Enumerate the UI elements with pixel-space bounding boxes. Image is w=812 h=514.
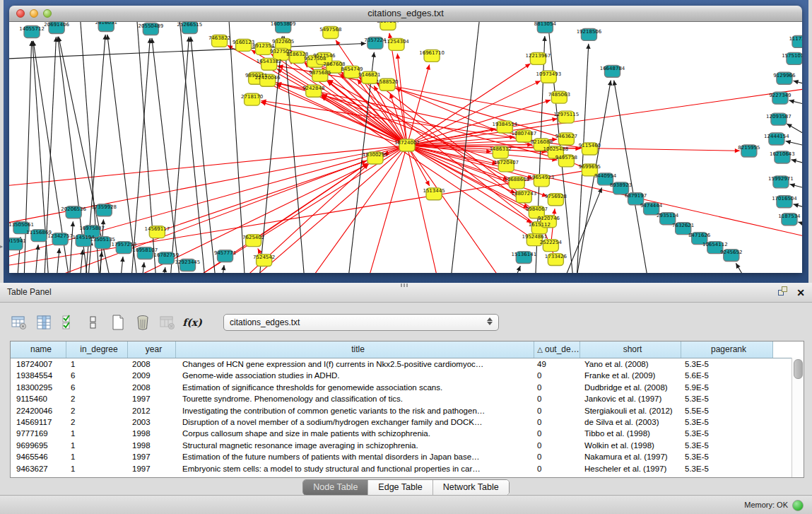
scrollbar-thumb[interactable]: [794, 359, 803, 379]
column-header-outde[interactable]: △out_de…: [534, 341, 580, 358]
network-node-label: 20691406: [44, 22, 69, 28]
table-cell: 5.3E-5: [681, 440, 773, 451]
network-canvas[interactable]: 1117264114519411875341486312151344515885…: [9, 22, 802, 273]
network-node-label: 19524861: [522, 234, 548, 240]
function-builder-icon[interactable]: f(x): [183, 313, 201, 332]
network-node-label: 1733426: [545, 254, 567, 259]
network-node-label: 20550489: [139, 23, 164, 29]
table-row[interactable]: 911546021997Tourette syndrome. Phenomeno…: [11, 393, 804, 404]
network-node-label: 1117264: [789, 36, 802, 42]
table-row[interactable]: 1456911722003Disruption of a novel membe…: [11, 416, 804, 428]
network-edge: [191, 37, 218, 273]
column-header-pagerank[interactable]: pagerank: [681, 341, 773, 358]
network-node-label: 9327505: [270, 49, 292, 54]
table-cell: 5.9E-5: [681, 382, 773, 393]
network-edge: [157, 161, 366, 233]
table-vertical-scrollbar[interactable]: [792, 358, 804, 477]
table-cell: 1: [66, 451, 128, 462]
column-header-name[interactable]: name: [11, 341, 66, 358]
delete-icon[interactable]: [134, 313, 152, 332]
network-node-label: 12444154: [764, 134, 789, 139]
rows-icon[interactable]: [84, 313, 102, 332]
network-edge: [789, 100, 802, 111]
table-selector-dropdown[interactable]: citations_edges.txt: [223, 314, 499, 331]
table-row[interactable]: 1830029562008Estimation of significance …: [11, 382, 804, 393]
table-cell: 5.3E-5: [681, 428, 773, 439]
table-cell: 0: [534, 428, 580, 439]
network-node-label: 18807243: [511, 191, 536, 197]
table-row[interactable]: 2242004622012Investigating the contribut…: [11, 405, 804, 416]
edge-arrowhead: [525, 64, 531, 69]
table-cell: 9699695: [11, 440, 66, 451]
edge-arrowhead: [552, 209, 556, 214]
table-row[interactable]: 1938455462009Genome-wide association stu…: [11, 370, 804, 381]
table-cell: 2008: [128, 382, 176, 393]
new-column-icon[interactable]: [109, 313, 127, 332]
tab-edge-table[interactable]: Edge Table: [368, 480, 433, 495]
table-cell: Estimation of the future numbers of pati…: [176, 451, 534, 462]
column-header-year[interactable]: year: [128, 341, 176, 358]
dropdown-stepper-icon: [487, 317, 493, 325]
show-column-icon[interactable]: [35, 313, 53, 332]
edge-arrowhead: [141, 262, 146, 267]
edge-arrowhead: [790, 183, 796, 187]
network-node-label: 17359928: [91, 204, 117, 210]
table-cell: 1998: [128, 428, 176, 439]
table-row[interactable]: 946362711997Embryonic stem cells: a mode…: [11, 463, 804, 474]
column-header-indegree[interactable]: in_degree: [66, 341, 128, 358]
table-row[interactable]: 969969511998Structural magnetic resonanc…: [11, 440, 804, 451]
network-node-label: 15992971: [768, 176, 794, 182]
table-cell: Nakamura et al. (1997): [580, 451, 681, 462]
network-node-label: 10025488: [543, 146, 569, 152]
edge-arrowhead: [552, 117, 557, 122]
network-node-label: 8471626: [688, 233, 710, 238]
table-cell: 1: [66, 358, 128, 370]
table-cell: Yano et al. (2008): [580, 358, 681, 370]
network-canvas-svg[interactable]: 1117264114519411875341486312151344515885…: [9, 22, 802, 273]
table-row[interactable]: 1872400712008Changes of HCN gene express…: [11, 358, 804, 370]
edge-arrowhead: [794, 204, 799, 208]
network-node-label: 7524542: [253, 255, 275, 260]
tab-node-table[interactable]: Node Table: [303, 480, 368, 495]
network-node-label: 9440954: [594, 173, 617, 179]
table-cell: 9463627: [11, 463, 66, 474]
table-cell: 49: [534, 358, 580, 370]
table-cell: Estimation of significance thresholds fo…: [176, 382, 534, 393]
edge-arrowhead: [426, 64, 430, 70]
edge-arrowhead: [101, 219, 105, 224]
table-cell: 2008: [128, 358, 176, 370]
network-node-label: 9242848: [302, 86, 324, 91]
table-cell: 1998: [128, 440, 176, 451]
cytoscape-app: citations_edges.txt 11172641145194118753…: [0, 0, 812, 514]
float-panel-icon[interactable]: [777, 286, 788, 299]
network-node-label: 9146821: [358, 72, 380, 78]
table-row[interactable]: 946554611997Estimation of the future num…: [11, 451, 804, 462]
table-cell: Stergiakouli et al. (2012): [580, 405, 681, 416]
delete-table-icon: [158, 313, 177, 332]
network-node-label: 9120746: [538, 216, 560, 221]
split-divider-grip[interactable]: [401, 284, 409, 287]
network-node-label: 18724007: [394, 140, 420, 146]
table-options-icon[interactable]: [10, 313, 28, 332]
network-node-label: 9457771: [214, 250, 236, 256]
table-cell: 0: [534, 393, 580, 404]
table-cell: 6: [66, 382, 128, 393]
table-cell: 1997: [128, 451, 176, 462]
column-header-title[interactable]: title: [176, 341, 534, 358]
edge-arrowhead: [545, 100, 551, 104]
network-node-label: 7632621: [672, 223, 694, 228]
edge-arrowhead: [792, 158, 797, 163]
network-node-label: 7625402: [242, 235, 264, 240]
close-panel-icon[interactable]: ✕: [796, 287, 805, 298]
panel-collapse-arrow[interactable]: ▸: [0, 243, 3, 250]
network-window-titlebar[interactable]: citations_edges.txt: [9, 6, 802, 22]
select-all-icon[interactable]: [59, 313, 78, 332]
tab-network-table[interactable]: Network Table: [433, 480, 509, 495]
table-row[interactable]: 977716911998Corpus callosum shape and si…: [11, 428, 804, 439]
sort-indicator-icon: △: [537, 346, 543, 354]
column-header-short[interactable]: short: [580, 341, 681, 358]
table-panel: Table Panel ✕: [0, 283, 812, 495]
network-edge: [284, 36, 307, 273]
network-node-label: 9115460: [579, 144, 601, 149]
network-node-label: 9129966: [773, 73, 795, 78]
